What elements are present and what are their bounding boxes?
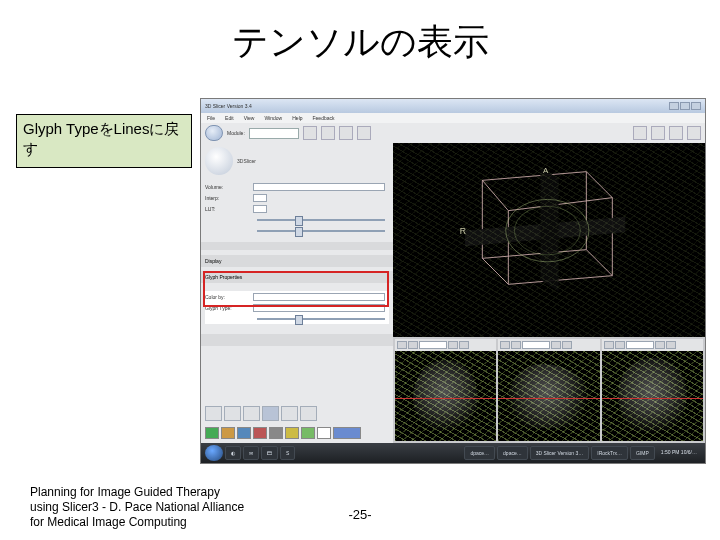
slice-button[interactable] [666,341,676,349]
window-titlebar: 3D Slicer Version 3.4 [201,99,705,113]
slice-button[interactable] [551,341,561,349]
taskbar-item[interactable]: ◐ [225,446,241,460]
tool-tab[interactable] [224,406,241,421]
section-header[interactable]: Display [201,255,393,267]
slice-button[interactable] [500,341,510,349]
taskbar-clock: 1:50 PM 10/6/… [657,450,701,456]
red-annotation-box [203,271,389,307]
color-swatch[interactable] [285,427,299,439]
tool-tab[interactable] [243,406,260,421]
window-title: 3D Slicer Version 3.4 [205,103,252,109]
toolbar-button[interactable] [651,126,665,140]
color-palette [201,425,393,443]
param-slider[interactable] [257,316,385,322]
color-swatch[interactable] [317,427,331,439]
tool-tab[interactable] [281,406,298,421]
app-name: 3DSlicer [237,158,256,165]
slice-button[interactable] [448,341,458,349]
toolbar-button[interactable] [633,126,647,140]
menu-bar: File Edit View Window Help Feedback [201,113,705,123]
taskbar-item[interactable]: ✉ [243,446,259,460]
glyph-overlay [393,143,705,337]
app-screenshot: 3D Slicer Version 3.4 File Edit View Win… [200,98,706,464]
taskbar-app[interactable]: dpace… [497,446,528,460]
toolbar-button[interactable] [357,126,371,140]
color-swatch[interactable] [333,427,361,439]
taskbar-item[interactable]: 🗔 [261,446,278,460]
slice-toolbar [602,339,703,351]
callout-box: Glyph TypeをLinesに戻す [16,114,192,168]
slice-button[interactable] [408,341,418,349]
menu-item[interactable]: Feedback [313,115,335,121]
taskbar-app[interactable]: dpace… [464,446,495,460]
menu-item[interactable]: File [207,115,215,121]
param-select[interactable] [253,205,267,213]
param-select[interactable] [253,183,385,191]
menu-item[interactable]: Window [264,115,282,121]
color-swatch[interactable] [269,427,283,439]
module-select[interactable] [249,128,299,139]
toolbar-button[interactable] [339,126,353,140]
tool-tab[interactable] [300,406,317,421]
home-icon[interactable] [205,125,223,141]
color-swatch[interactable] [237,427,251,439]
window-close-button[interactable] [691,102,701,110]
slice-button[interactable] [615,341,625,349]
slice-button[interactable] [604,341,614,349]
slice-view-axial[interactable] [395,339,496,441]
toolbar-button[interactable] [669,126,683,140]
slice-button[interactable] [459,341,469,349]
slice-select[interactable] [419,341,447,349]
window-min-button[interactable] [669,102,679,110]
slide-title: テンソルの表示 [0,18,720,67]
toolbar-button[interactable] [687,126,701,140]
menu-item[interactable]: View [244,115,255,121]
taskbar-item[interactable]: S [280,446,295,460]
param-slider[interactable] [257,228,385,234]
slice-button[interactable] [511,341,521,349]
slice-select[interactable] [626,341,654,349]
tool-tabs [201,402,393,425]
slice-button[interactable] [397,341,407,349]
window-max-button[interactable] [680,102,690,110]
taskbar-app[interactable]: IRockTrx… [591,446,628,460]
slice-button[interactable] [562,341,572,349]
tool-tab[interactable] [262,406,279,421]
view-area: R A [393,143,705,443]
section-header[interactable] [201,334,393,346]
menu-item[interactable]: Help [292,115,302,121]
3d-view[interactable]: R A [393,143,705,337]
page-number: -25- [0,507,720,522]
color-swatch[interactable] [205,427,219,439]
color-swatch[interactable] [221,427,235,439]
start-button[interactable] [205,445,223,461]
slice-view-sagittal[interactable] [498,339,599,441]
param-slider[interactable] [257,217,385,223]
slice-button[interactable] [655,341,665,349]
slice-views-row [393,337,705,443]
param-label: Volume: [205,184,253,190]
slice-select[interactable] [522,341,550,349]
left-panel: 3DSlicer Volume: Interp: LUT: Display Gl… [201,143,393,443]
menu-item[interactable]: Edit [225,115,234,121]
module-label: Module: [227,130,245,136]
os-taskbar: ◐ ✉ 🗔 S dpace… dpace… 3D Slicer Version … [201,443,705,463]
slice-toolbar [498,339,599,351]
taskbar-app[interactable]: GIMP [630,446,655,460]
param-checkbox[interactable] [253,194,267,202]
slice-view-coronal[interactable] [602,339,703,441]
toolbar: Module: [201,123,705,143]
toolbar-button[interactable] [303,126,317,140]
toolbar-button[interactable] [321,126,335,140]
color-swatch[interactable] [301,427,315,439]
param-label: LUT: [205,206,253,212]
divider [201,242,393,250]
tool-tab[interactable] [205,406,222,421]
color-swatch[interactable] [253,427,267,439]
param-label: Interp: [205,195,253,201]
taskbar-app[interactable]: 3D Slicer Version 3… [530,446,590,460]
logo-icon [205,147,233,175]
slice-toolbar [395,339,496,351]
